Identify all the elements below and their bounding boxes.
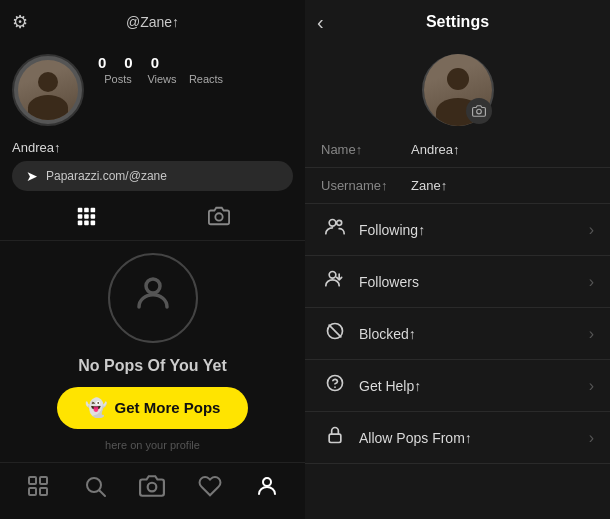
svg-rect-11 — [29, 477, 36, 484]
reacts-count: 0 — [151, 54, 159, 71]
svg-rect-5 — [91, 214, 96, 219]
no-pops-circle — [108, 253, 198, 343]
views-label: Views — [142, 73, 182, 85]
tabs-row — [0, 197, 305, 241]
grid-tab-icon[interactable] — [75, 205, 97, 232]
username-value: Zane↑ — [411, 178, 594, 193]
posts-count: 0 — [98, 54, 106, 71]
svg-point-10 — [146, 279, 160, 293]
nav-search-icon[interactable] — [83, 474, 107, 504]
chevron-right-icon-3: › — [589, 325, 594, 343]
avatar[interactable] — [12, 54, 84, 126]
back-arrow-icon[interactable]: ‹ — [317, 11, 324, 34]
svg-point-9 — [215, 213, 222, 220]
svg-rect-6 — [78, 221, 83, 226]
followers-icon — [321, 269, 349, 294]
svg-rect-7 — [84, 221, 89, 226]
posts-label: Posts — [98, 73, 138, 85]
nav-heart-icon[interactable] — [198, 474, 222, 504]
svg-rect-4 — [84, 214, 89, 219]
right-panel: ‹ Settings Name↑ Andrea↑ Username↑ Zane↑ — [305, 0, 610, 519]
settings-title: Settings — [426, 13, 489, 31]
get-more-label: Get More Pops — [115, 399, 221, 416]
username-field-row: Username↑ Zane↑ — [305, 168, 610, 204]
svg-rect-13 — [29, 488, 36, 495]
name-field-row: Name↑ Andrea↑ — [305, 132, 610, 168]
menu-item-following[interactable]: Following↑ › — [305, 204, 610, 256]
svg-line-16 — [99, 491, 105, 497]
stats-row: 0 0 0 — [98, 54, 293, 71]
chevron-right-icon: › — [589, 221, 594, 239]
blocked-label: Blocked↑ — [359, 326, 589, 342]
allow-pops-label: Allow Pops From↑ — [359, 430, 589, 446]
menu-item-blocked[interactable]: Blocked↑ › — [305, 308, 610, 360]
profile-name: Andrea↑ — [0, 140, 305, 155]
stats-labels: Posts Views Reacts — [98, 73, 293, 85]
following-icon — [321, 217, 349, 242]
person-icon — [132, 272, 174, 323]
followers-label: Followers — [359, 274, 589, 290]
sub-text: here on your profile — [105, 439, 200, 451]
snapchat-ghost-icon: 👻 — [85, 397, 107, 419]
blocked-icon — [321, 321, 349, 346]
profile-link: Paparazzi.com/@zane — [46, 169, 167, 183]
nav-camera-icon[interactable] — [139, 473, 165, 505]
right-avatar[interactable] — [422, 54, 494, 126]
reacts-label: Reacts — [186, 73, 226, 85]
chevron-right-icon-5: › — [589, 429, 594, 447]
svg-rect-12 — [40, 477, 47, 484]
following-label: Following↑ — [359, 222, 589, 238]
no-pops-title: No Pops Of You Yet — [78, 357, 226, 375]
link-arrow-icon: ➤ — [26, 168, 38, 184]
profile-section: 0 0 0 Posts Views Reacts — [0, 44, 305, 134]
svg-rect-0 — [78, 208, 83, 213]
right-avatar-row — [305, 44, 610, 132]
views-count: 0 — [124, 54, 132, 71]
content-area: No Pops Of You Yet 👻 Get More Pops here … — [0, 241, 305, 462]
nav-profile-icon[interactable] — [255, 474, 279, 504]
gear-icon[interactable]: ⚙ — [12, 11, 28, 33]
camera-overlay-icon — [466, 98, 492, 124]
nav-home-icon[interactable] — [26, 474, 50, 504]
menu-item-allow-pops[interactable]: Allow Pops From↑ › — [305, 412, 610, 464]
username-display: @Zane↑ — [126, 14, 179, 30]
top-bar-right: ‹ Settings — [305, 0, 610, 44]
svg-rect-3 — [78, 214, 83, 219]
help-label: Get Help↑ — [359, 378, 589, 394]
svg-line-24 — [329, 325, 341, 337]
menu-item-followers[interactable]: Followers › — [305, 256, 610, 308]
help-icon — [321, 373, 349, 398]
chevron-right-icon-4: › — [589, 377, 594, 395]
svg-point-22 — [329, 272, 336, 279]
menu-item-help[interactable]: Get Help↑ › — [305, 360, 610, 412]
lock-icon — [321, 425, 349, 450]
svg-point-17 — [148, 483, 157, 492]
svg-point-21 — [337, 220, 342, 225]
svg-rect-1 — [84, 208, 89, 213]
svg-rect-14 — [40, 488, 47, 495]
chevron-right-icon-2: › — [589, 273, 594, 291]
top-bar-left: ⚙ @Zane↑ — [0, 0, 305, 44]
svg-rect-27 — [329, 434, 341, 442]
username-label: Username↑ — [321, 178, 411, 193]
svg-point-18 — [263, 478, 271, 486]
link-row[interactable]: ➤ Paparazzi.com/@zane — [12, 161, 293, 191]
svg-rect-2 — [91, 208, 96, 213]
name-value: Andrea↑ — [411, 142, 594, 157]
svg-point-20 — [329, 220, 336, 227]
bottom-nav — [0, 462, 305, 519]
svg-point-19 — [476, 109, 481, 114]
left-panel: ⚙ @Zane↑ 0 0 0 Posts Views Reacts Andrea… — [0, 0, 305, 519]
camera-tab-icon[interactable] — [208, 205, 230, 232]
svg-point-26 — [334, 386, 336, 388]
name-label: Name↑ — [321, 142, 411, 157]
get-more-pops-button[interactable]: 👻 Get More Pops — [57, 387, 249, 429]
stats-section: 0 0 0 Posts Views Reacts — [94, 54, 293, 85]
svg-rect-8 — [91, 221, 96, 226]
